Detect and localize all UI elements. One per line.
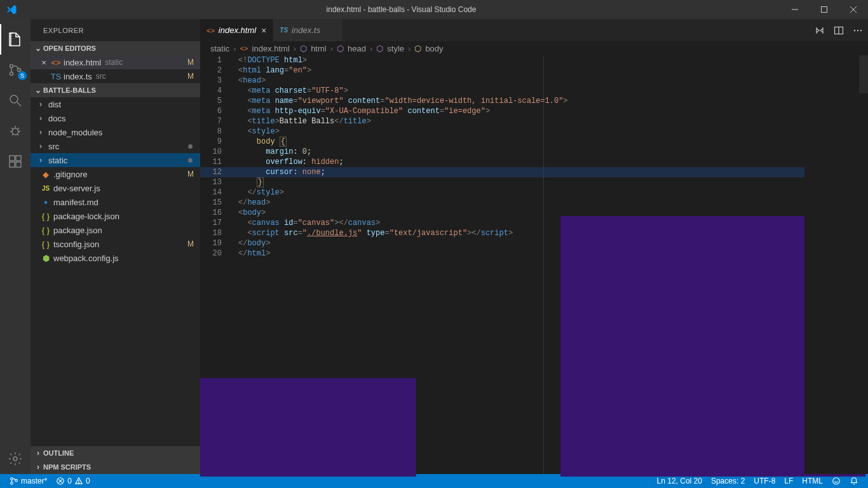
- folder-item[interactable]: › dist: [31, 97, 200, 111]
- file-item[interactable]: ◆.gitignoreM: [31, 167, 200, 181]
- eol-status[interactable]: LF: [780, 477, 797, 485]
- breadcrumb-part[interactable]: index.html: [252, 44, 290, 53]
- html-file-icon: <>: [207, 27, 215, 34]
- compare-icon[interactable]: [815, 25, 825, 36]
- problems-status[interactable]: 0 0: [51, 477, 94, 485]
- folder-item[interactable]: › docs: [31, 111, 200, 125]
- breadcrumb-part[interactable]: head: [348, 44, 366, 53]
- indentation-status[interactable]: Spaces: 2: [707, 477, 749, 485]
- modified-indicator: M: [187, 58, 194, 67]
- project-label: BATTLE-BALLS: [43, 86, 96, 94]
- html-file-icon: <>: [240, 44, 248, 52]
- tree-item-label: .gitignore: [53, 170, 87, 179]
- open-editor-item[interactable]: × <> index.html static M: [31, 55, 200, 69]
- git-branch-status[interactable]: master*: [5, 477, 51, 485]
- tab-index-ts[interactable]: TS index.ts: [273, 19, 343, 41]
- tree-item-label: static: [48, 156, 67, 165]
- debug-icon[interactable]: [0, 116, 31, 146]
- npm-scripts-header[interactable]: › NPM SCRIPTS: [31, 460, 200, 474]
- split-editor-icon[interactable]: [834, 25, 844, 36]
- tree-item-label: docs: [48, 114, 65, 123]
- close-icon[interactable]: ×: [261, 25, 266, 36]
- minimap[interactable]: [804, 55, 868, 474]
- svg-point-21: [11, 482, 13, 485]
- tree-item-label: tsconfig.json: [53, 240, 99, 249]
- open-editor-item[interactable]: × TS index.ts src M: [31, 69, 200, 83]
- open-editors-header[interactable]: ⌄ OPEN EDITORS: [31, 41, 200, 55]
- breadcrumb-part[interactable]: html: [311, 44, 327, 53]
- breadcrumb-part[interactable]: body: [425, 44, 443, 53]
- more-icon[interactable]: [853, 25, 863, 36]
- folder-item[interactable]: › node_modules: [31, 125, 200, 139]
- svg-line-8: [17, 102, 21, 106]
- minimap-slider[interactable]: [859, 55, 868, 93]
- file-item[interactable]: ⬢webpack.config.js: [31, 251, 200, 265]
- modified-indicator: M: [187, 170, 194, 179]
- chevron-right-icon: ›: [39, 114, 48, 123]
- close-icon[interactable]: ×: [38, 58, 50, 67]
- language-mode[interactable]: HTML: [797, 477, 827, 485]
- symbol-icon: ⬡: [414, 44, 421, 53]
- tree-item-label: manifest.md: [53, 198, 98, 207]
- extensions-icon[interactable]: [0, 146, 31, 177]
- symbol-icon: ⬡: [337, 44, 344, 53]
- explorer-icon[interactable]: [0, 24, 31, 55]
- warnings-count: 0: [86, 477, 90, 485]
- source-control-icon[interactable]: S: [0, 55, 31, 85]
- cursor-position[interactable]: Ln 12, Col 20: [653, 477, 707, 485]
- minimize-button[interactable]: [780, 0, 810, 19]
- folder-item[interactable]: › static: [31, 153, 200, 167]
- file-item[interactable]: { }package.json: [31, 223, 200, 237]
- open-editors-label: OPEN EDITORS: [43, 44, 96, 52]
- svg-point-20: [11, 478, 13, 480]
- tree-item-label: dist: [48, 100, 61, 109]
- editor-area: <> index.html × TS index.ts static › <> …: [200, 19, 868, 474]
- decorative-block: [200, 378, 416, 477]
- file-item[interactable]: { }tsconfig.jsonM: [31, 237, 200, 251]
- feedback-icon[interactable]: [827, 477, 845, 485]
- folder-item[interactable]: › src: [31, 139, 200, 153]
- titlebar: index.html - battle-balls - Visual Studi…: [0, 0, 868, 19]
- svg-point-14: [13, 457, 17, 461]
- file-item[interactable]: 🔹manifest.md: [31, 195, 200, 209]
- svg-point-7: [10, 95, 18, 103]
- breadcrumb-part[interactable]: static: [210, 44, 229, 53]
- search-icon[interactable]: [0, 85, 31, 116]
- project-header[interactable]: ⌄ BATTLE-BALLS: [31, 83, 200, 97]
- file-item[interactable]: JSdev-server.js: [31, 181, 200, 195]
- svg-point-19: [860, 29, 862, 30]
- svg-point-27: [79, 482, 79, 483]
- symbol-icon: ⬡: [300, 44, 307, 53]
- svg-point-22: [15, 479, 18, 482]
- ts-file-icon: TS: [280, 27, 288, 34]
- tab-label: index.ts: [292, 25, 320, 35]
- tree-item-label: webpack.config.js: [53, 254, 119, 263]
- close-button[interactable]: [839, 0, 868, 19]
- chevron-right-icon: ›: [33, 449, 43, 458]
- errors-count: 0: [67, 477, 72, 485]
- scm-badge: S: [18, 71, 27, 80]
- window-controls: [780, 0, 868, 19]
- svg-point-4: [10, 65, 13, 68]
- outline-header[interactable]: › OUTLINE: [31, 446, 200, 460]
- line-number-gutter: 1234567891011121314151617181920: [200, 55, 233, 259]
- breadcrumb[interactable]: static › <> index.html › ⬡ html › ⬡ head…: [200, 41, 868, 55]
- file-item[interactable]: { }package-lock.json: [31, 209, 200, 223]
- chevron-right-icon: ›: [33, 463, 43, 471]
- symbol-icon: ⬡: [376, 44, 383, 53]
- chevron-right-icon: ›: [329, 44, 335, 53]
- chevron-right-icon: ›: [39, 128, 48, 137]
- maximize-button[interactable]: [810, 0, 839, 19]
- breadcrumb-part[interactable]: style: [387, 44, 404, 53]
- svg-rect-13: [16, 156, 21, 161]
- tab-index-html[interactable]: <> index.html ×: [200, 19, 273, 41]
- notifications-icon[interactable]: [845, 477, 863, 485]
- dirty-dot: [188, 144, 193, 149]
- code-editor[interactable]: 1234567891011121314151617181920 <!DOCTYP…: [200, 55, 868, 474]
- encoding-status[interactable]: UTF-8: [749, 477, 780, 485]
- settings-gear-icon[interactable]: [0, 444, 31, 474]
- npm-scripts-label: NPM SCRIPTS: [43, 463, 91, 471]
- dirty-dot: [188, 158, 193, 163]
- svg-point-28: [833, 478, 840, 485]
- tab-actions: [815, 19, 868, 41]
